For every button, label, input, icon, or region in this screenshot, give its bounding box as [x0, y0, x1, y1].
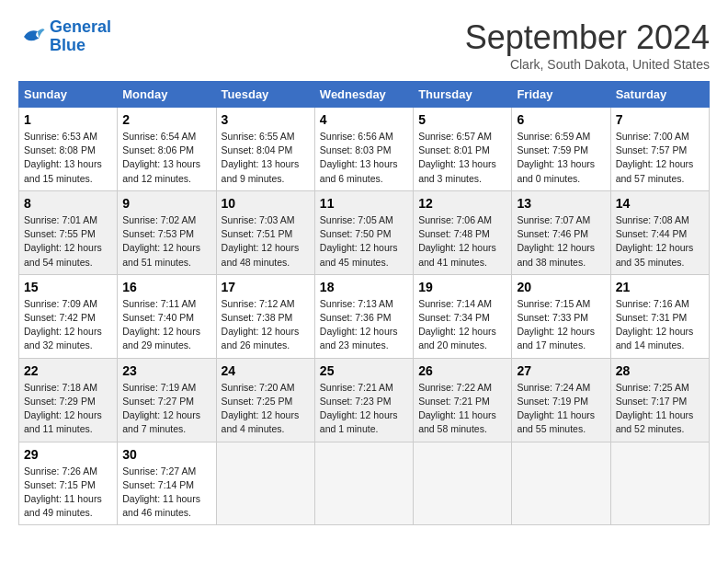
day-info: Sunrise: 7:07 AM Sunset: 7:46 PM Dayligh… [517, 213, 605, 270]
day-info: Sunrise: 7:20 AM Sunset: 7:25 PM Dayligh… [222, 381, 310, 437]
day-info: Sunrise: 7:06 AM Sunset: 7:48 PM Dayligh… [418, 213, 506, 270]
day-number: 4 [320, 112, 408, 127]
header-day-friday: Friday [512, 82, 610, 108]
calendar-cell [414, 442, 512, 525]
day-info: Sunrise: 7:03 AM Sunset: 7:51 PM Dayligh… [222, 213, 310, 270]
day-number: 12 [418, 196, 506, 211]
day-number: 13 [517, 196, 605, 211]
day-info: Sunrise: 7:15 AM Sunset: 7:33 PM Dayligh… [517, 297, 605, 353]
calendar-cell: 25Sunrise: 7:21 AM Sunset: 7:23 PM Dayli… [314, 358, 413, 442]
calendar-cell: 6Sunrise: 6:59 AM Sunset: 7:59 PM Daylig… [512, 108, 610, 191]
day-info: Sunrise: 6:53 AM Sunset: 8:08 PM Dayligh… [24, 130, 112, 186]
day-info: Sunrise: 6:59 AM Sunset: 7:59 PM Dayligh… [517, 130, 605, 186]
day-info: Sunrise: 7:14 AM Sunset: 7:34 PM Dayligh… [418, 297, 506, 353]
calendar-cell: 10Sunrise: 7:03 AM Sunset: 7:51 PM Dayli… [216, 190, 314, 274]
week-row-5: 29Sunrise: 7:26 AM Sunset: 7:15 PM Dayli… [19, 442, 710, 525]
calendar-cell: 23Sunrise: 7:19 AM Sunset: 7:27 PM Dayli… [118, 358, 216, 442]
calendar-cell: 4Sunrise: 6:56 AM Sunset: 8:03 PM Daylig… [314, 108, 413, 191]
day-number: 27 [517, 363, 605, 378]
day-info: Sunrise: 7:25 AM Sunset: 7:17 PM Dayligh… [616, 381, 704, 437]
header-day-thursday: Thursday [414, 82, 512, 108]
calendar-cell: 30Sunrise: 7:27 AM Sunset: 7:14 PM Dayli… [118, 442, 216, 525]
calendar-cell [610, 442, 709, 525]
page-header: General Blue September 2024 Clark, South… [18, 18, 710, 72]
calendar-cell: 13Sunrise: 7:07 AM Sunset: 7:46 PM Dayli… [512, 190, 610, 274]
day-info: Sunrise: 7:21 AM Sunset: 7:23 PM Dayligh… [320, 381, 408, 437]
day-number: 22 [24, 363, 112, 378]
calendar-cell: 15Sunrise: 7:09 AM Sunset: 7:42 PM Dayli… [19, 274, 118, 358]
day-number: 9 [122, 196, 210, 211]
day-number: 24 [222, 363, 310, 378]
calendar-cell: 5Sunrise: 6:57 AM Sunset: 8:01 PM Daylig… [414, 108, 512, 191]
calendar-cell [512, 442, 610, 525]
calendar-cell: 7Sunrise: 7:00 AM Sunset: 7:57 PM Daylig… [610, 108, 709, 191]
location: Clark, South Dakota, United States [465, 57, 710, 72]
day-info: Sunrise: 7:09 AM Sunset: 7:42 PM Dayligh… [24, 297, 112, 353]
day-number: 1 [24, 112, 112, 127]
day-number: 20 [517, 280, 605, 294]
logo-icon [18, 23, 46, 51]
day-info: Sunrise: 7:08 AM Sunset: 7:44 PM Dayligh… [616, 213, 704, 270]
header-day-sunday: Sunday [19, 82, 118, 108]
day-info: Sunrise: 7:22 AM Sunset: 7:21 PM Dayligh… [418, 381, 506, 437]
logo-text: General Blue [50, 18, 111, 55]
day-number: 25 [320, 363, 408, 378]
day-number: 17 [222, 280, 310, 294]
day-number: 11 [320, 196, 408, 211]
calendar-cell: 19Sunrise: 7:14 AM Sunset: 7:34 PM Dayli… [414, 274, 512, 358]
day-info: Sunrise: 7:24 AM Sunset: 7:19 PM Dayligh… [517, 381, 605, 437]
day-info: Sunrise: 6:55 AM Sunset: 8:04 PM Dayligh… [222, 130, 310, 186]
calendar-cell: 11Sunrise: 7:05 AM Sunset: 7:50 PM Dayli… [314, 190, 413, 274]
day-number: 2 [122, 112, 210, 127]
day-number: 14 [616, 196, 704, 211]
day-number: 30 [122, 447, 210, 462]
day-number: 29 [24, 447, 112, 462]
calendar-cell: 14Sunrise: 7:08 AM Sunset: 7:44 PM Dayli… [610, 190, 709, 274]
day-info: Sunrise: 7:16 AM Sunset: 7:31 PM Dayligh… [616, 297, 704, 353]
calendar-cell: 1Sunrise: 6:53 AM Sunset: 8:08 PM Daylig… [19, 108, 118, 191]
day-info: Sunrise: 6:54 AM Sunset: 8:06 PM Dayligh… [122, 130, 210, 186]
calendar-cell: 29Sunrise: 7:26 AM Sunset: 7:15 PM Dayli… [19, 442, 118, 525]
month-title: September 2024 [465, 18, 710, 57]
day-number: 26 [418, 363, 506, 378]
calendar-cell: 16Sunrise: 7:11 AM Sunset: 7:40 PM Dayli… [118, 274, 216, 358]
day-number: 15 [24, 280, 112, 294]
day-info: Sunrise: 7:27 AM Sunset: 7:14 PM Dayligh… [122, 465, 210, 521]
week-row-4: 22Sunrise: 7:18 AM Sunset: 7:29 PM Dayli… [19, 358, 710, 442]
calendar-cell: 21Sunrise: 7:16 AM Sunset: 7:31 PM Dayli… [610, 274, 709, 358]
week-row-2: 8Sunrise: 7:01 AM Sunset: 7:55 PM Daylig… [19, 190, 710, 274]
day-number: 28 [616, 363, 704, 378]
week-row-1: 1Sunrise: 6:53 AM Sunset: 8:08 PM Daylig… [19, 108, 710, 191]
calendar-cell: 12Sunrise: 7:06 AM Sunset: 7:48 PM Dayli… [414, 190, 512, 274]
day-info: Sunrise: 7:12 AM Sunset: 7:38 PM Dayligh… [222, 297, 310, 353]
day-number: 19 [418, 280, 506, 294]
header-day-wednesday: Wednesday [314, 82, 413, 108]
day-number: 21 [616, 280, 704, 294]
day-number: 16 [122, 280, 210, 294]
header-day-monday: Monday [118, 82, 216, 108]
week-row-3: 15Sunrise: 7:09 AM Sunset: 7:42 PM Dayli… [19, 274, 710, 358]
day-info: Sunrise: 7:05 AM Sunset: 7:50 PM Dayligh… [320, 213, 408, 270]
calendar-cell: 3Sunrise: 6:55 AM Sunset: 8:04 PM Daylig… [216, 108, 314, 191]
calendar-cell: 24Sunrise: 7:20 AM Sunset: 7:25 PM Dayli… [216, 358, 314, 442]
title-block: September 2024 Clark, South Dakota, Unit… [465, 18, 710, 72]
header-row: SundayMondayTuesdayWednesdayThursdayFrid… [19, 82, 710, 108]
calendar-header: SundayMondayTuesdayWednesdayThursdayFrid… [19, 82, 710, 108]
day-number: 6 [517, 112, 605, 127]
calendar-cell: 22Sunrise: 7:18 AM Sunset: 7:29 PM Dayli… [19, 358, 118, 442]
day-info: Sunrise: 7:13 AM Sunset: 7:36 PM Dayligh… [320, 297, 408, 353]
calendar-cell: 9Sunrise: 7:02 AM Sunset: 7:53 PM Daylig… [118, 190, 216, 274]
header-day-saturday: Saturday [610, 82, 709, 108]
calendar-cell: 18Sunrise: 7:13 AM Sunset: 7:36 PM Dayli… [314, 274, 413, 358]
header-day-tuesday: Tuesday [216, 82, 314, 108]
calendar-cell: 17Sunrise: 7:12 AM Sunset: 7:38 PM Dayli… [216, 274, 314, 358]
calendar-table: SundayMondayTuesdayWednesdayThursdayFrid… [18, 81, 710, 525]
day-info: Sunrise: 7:11 AM Sunset: 7:40 PM Dayligh… [122, 297, 210, 353]
calendar-cell: 27Sunrise: 7:24 AM Sunset: 7:19 PM Dayli… [512, 358, 610, 442]
day-info: Sunrise: 7:18 AM Sunset: 7:29 PM Dayligh… [24, 381, 112, 437]
day-number: 23 [122, 363, 210, 378]
day-info: Sunrise: 7:01 AM Sunset: 7:55 PM Dayligh… [24, 213, 112, 270]
calendar-cell: 28Sunrise: 7:25 AM Sunset: 7:17 PM Dayli… [610, 358, 709, 442]
day-number: 5 [418, 112, 506, 127]
calendar-cell: 20Sunrise: 7:15 AM Sunset: 7:33 PM Dayli… [512, 274, 610, 358]
